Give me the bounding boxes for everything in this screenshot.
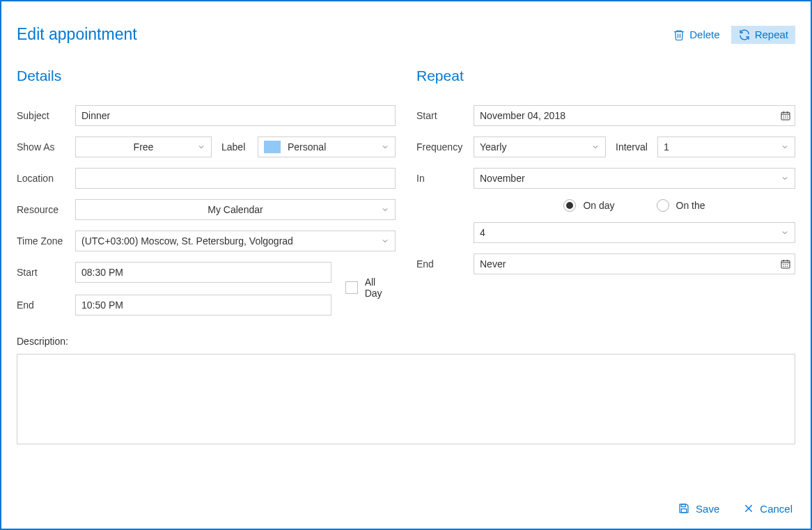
location-label: Location (17, 173, 75, 184)
timezone-label: Time Zone (17, 235, 75, 247)
close-icon (743, 503, 754, 514)
dialog-footer: Save Cancel (678, 502, 793, 515)
start-time-input[interactable] (75, 262, 331, 283)
chevron-down-icon (781, 143, 789, 151)
calendar-icon[interactable] (780, 258, 791, 270)
chevron-down-icon (381, 143, 389, 151)
in-month-value: November (480, 173, 525, 184)
chevron-down-icon (591, 143, 600, 151)
in-label: In (416, 173, 474, 184)
location-input[interactable] (75, 168, 396, 189)
details-heading: Details (17, 68, 396, 84)
resource-label: Resource (17, 204, 75, 215)
repeat-end-field[interactable] (474, 254, 795, 274)
save-icon (678, 502, 690, 515)
label-caption: Label (221, 141, 258, 153)
radio-icon (563, 199, 576, 212)
frequency-select[interactable]: Yearly (474, 137, 606, 157)
timezone-value: (UTC+03:00) Moscow, St. Petersburg, Volg… (81, 235, 293, 247)
subject-input[interactable] (75, 105, 396, 126)
start-time-label: Start (17, 267, 75, 278)
cancel-button[interactable]: Cancel (743, 502, 793, 515)
repeat-start-input[interactable] (474, 105, 795, 126)
frequency-value: Yearly (480, 141, 506, 153)
chevron-down-icon (381, 205, 389, 214)
resource-value: My Calendar (208, 204, 263, 215)
subject-label: Subject (17, 110, 75, 121)
on-the-radio[interactable]: On the (657, 199, 705, 212)
interval-value: 1 (664, 141, 669, 153)
on-day-radio-group: On day On the (474, 199, 795, 212)
radio-icon (657, 199, 669, 212)
save-label: Save (696, 503, 719, 515)
show-as-select[interactable]: Free (75, 137, 212, 157)
timezone-select[interactable]: (UTC+03:00) Moscow, St. Petersburg, Volg… (75, 231, 396, 251)
chevron-down-icon (381, 237, 389, 245)
trash-icon (673, 29, 685, 41)
delete-label: Delete (689, 29, 719, 40)
repeat-section: Repeat Start Frequency Yearly (416, 68, 795, 326)
interval-label: Interval (616, 141, 657, 153)
repeat-toggle-label: Repeat (755, 29, 788, 40)
details-section: Details Subject Show As Free Label Perso… (17, 68, 396, 326)
label-color-swatch (264, 141, 281, 153)
all-day-checkbox[interactable] (345, 281, 358, 294)
dialog-title: Edit appointment (17, 25, 137, 44)
repeat-icon (738, 29, 751, 41)
calendar-icon[interactable] (780, 110, 791, 121)
repeat-start-field[interactable] (474, 105, 795, 126)
label-select[interactable]: Personal (258, 137, 396, 157)
cancel-label: Cancel (760, 503, 793, 515)
save-button[interactable]: Save (678, 502, 719, 515)
appointment-dialog: Edit appointment Delete (0, 0, 812, 530)
on-the-label: On the (676, 200, 705, 211)
repeat-start-label: Start (416, 110, 474, 121)
show-as-label: Show As (17, 141, 75, 153)
description-textarea[interactable] (17, 354, 795, 444)
repeat-toggle-button[interactable]: Repeat (731, 26, 795, 44)
label-value: Personal (288, 141, 326, 153)
chevron-down-icon (197, 143, 205, 151)
on-day-radio[interactable]: On day (563, 199, 614, 212)
on-day-label: On day (583, 200, 614, 211)
chevron-down-icon (781, 174, 789, 182)
repeat-end-input[interactable] (474, 254, 795, 274)
frequency-label: Frequency (416, 141, 474, 153)
repeat-heading: Repeat (416, 68, 795, 84)
dialog-header: Edit appointment Delete (17, 25, 795, 44)
description-label: Description: (17, 336, 795, 347)
end-time-input[interactable] (75, 295, 331, 315)
delete-button[interactable]: Delete (666, 26, 726, 44)
day-of-month-value: 4 (480, 227, 485, 238)
repeat-end-label: End (416, 258, 474, 270)
header-actions: Delete Repeat (666, 26, 795, 44)
chevron-down-icon (781, 228, 789, 237)
interval-select[interactable]: 1 (657, 137, 795, 157)
in-month-select[interactable]: November (474, 168, 795, 189)
svg-rect-2 (681, 504, 685, 507)
end-time-label: End (17, 299, 75, 311)
all-day-label: All Day (365, 276, 396, 299)
svg-rect-3 (681, 509, 687, 513)
day-of-month-select[interactable]: 4 (474, 222, 795, 243)
show-as-value: Free (134, 141, 154, 153)
resource-select[interactable]: My Calendar (75, 199, 396, 220)
